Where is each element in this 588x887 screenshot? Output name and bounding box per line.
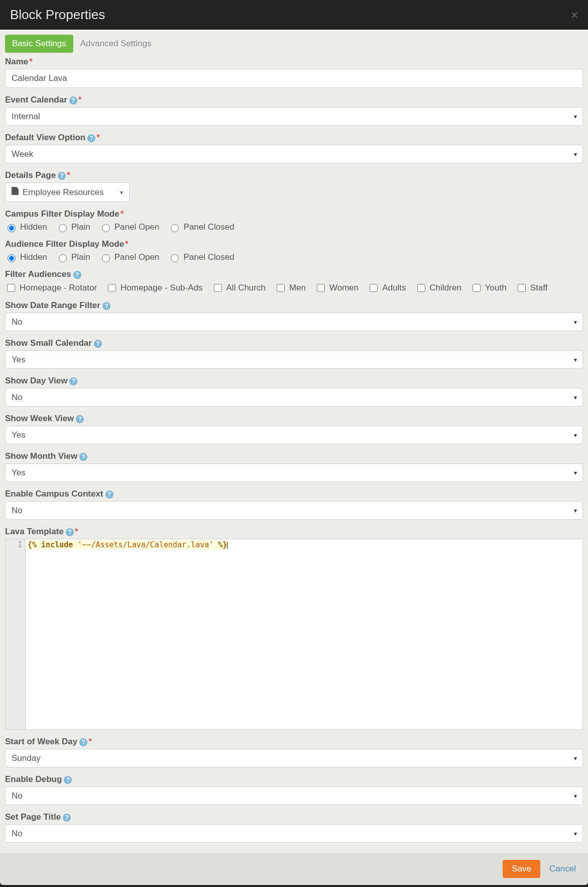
- name-label: Name*: [5, 57, 583, 67]
- start-of-week-select[interactable]: Sunday: [5, 749, 583, 767]
- audience-homepage-sub-ads[interactable]: [108, 284, 116, 292]
- event-calendar-label: Event Calendar?*: [5, 95, 583, 105]
- audience-filter-plain[interactable]: [59, 254, 67, 262]
- help-icon[interactable]: ?: [105, 490, 113, 499]
- show-month-view-select[interactable]: Yes: [5, 463, 583, 482]
- audience-children[interactable]: [417, 284, 425, 292]
- audience-youth[interactable]: [473, 284, 481, 292]
- cancel-button[interactable]: Cancel: [546, 863, 579, 874]
- help-icon[interactable]: ?: [87, 134, 95, 142]
- help-icon[interactable]: ?: [79, 453, 87, 461]
- details-page-value: Employee Resources: [23, 187, 104, 198]
- show-small-calendar-label: Show Small Calendar?: [5, 338, 583, 348]
- help-icon[interactable]: ?: [76, 415, 84, 423]
- modal-title: Block Properties: [10, 7, 105, 23]
- default-view-label: Default View Option?*: [5, 133, 583, 143]
- enable-debug-label: Enable Debug?: [5, 774, 583, 784]
- campus-filter-plain[interactable]: [59, 224, 67, 232]
- help-icon[interactable]: ?: [63, 814, 71, 822]
- details-page-label: Details Page?*: [5, 170, 583, 180]
- name-input[interactable]: [5, 69, 583, 88]
- default-view-select[interactable]: Week: [5, 145, 583, 163]
- tab-basic-settings[interactable]: Basic Settings: [5, 35, 73, 53]
- start-of-week-label: Start of Week Day?*: [5, 737, 583, 747]
- audience-filter-mode-label: Audience Filter Display Mode*: [5, 239, 583, 249]
- audience-all-church[interactable]: [214, 284, 222, 292]
- enable-campus-context-label: Enable Campus Context?: [5, 489, 583, 499]
- help-icon[interactable]: ?: [102, 302, 110, 310]
- show-date-range-select[interactable]: No: [5, 313, 583, 331]
- audience-homepage-rotator[interactable]: [7, 284, 15, 292]
- campus-filter-panel-open[interactable]: [102, 224, 110, 232]
- help-icon[interactable]: ?: [58, 172, 66, 180]
- audience-adults[interactable]: [370, 284, 378, 292]
- enable-debug-select[interactable]: No: [5, 786, 583, 805]
- lava-template-editor[interactable]: 1 {% include '~~/Assets/Lava/Calendar.la…: [5, 539, 583, 730]
- file-icon: [12, 187, 19, 198]
- audience-filter-hidden[interactable]: [8, 254, 16, 262]
- campus-filter-mode-label: Campus Filter Display Mode*: [5, 209, 583, 219]
- set-page-title-select[interactable]: No: [5, 824, 583, 843]
- audience-filter-mode-radios: Hidden Plain Panel Open Panel Closed: [5, 251, 583, 262]
- show-month-view-label: Show Month View?: [5, 451, 583, 461]
- help-icon[interactable]: ?: [64, 776, 72, 784]
- help-icon[interactable]: ?: [69, 96, 77, 105]
- audience-men[interactable]: [277, 284, 285, 292]
- modal-header: Block Properties ×: [0, 0, 588, 30]
- modal-body: Basic Settings Advanced Settings Name* E…: [0, 30, 588, 853]
- audience-staff[interactable]: [518, 284, 526, 292]
- enable-campus-context-select[interactable]: No: [5, 501, 583, 520]
- show-small-calendar-select[interactable]: Yes: [5, 350, 583, 369]
- lava-template-label: Lava Template?*: [5, 527, 583, 537]
- show-week-view-label: Show Week View?: [5, 414, 583, 424]
- chevron-down-icon: ▾: [120, 189, 123, 196]
- save-button[interactable]: Save: [503, 860, 540, 878]
- block-properties-modal: Block Properties × Basic Settings Advanc…: [0, 0, 588, 885]
- close-icon[interactable]: ×: [571, 8, 578, 22]
- show-week-view-select[interactable]: Yes: [5, 426, 583, 444]
- filter-audiences-label: Filter Audiences?: [5, 269, 583, 279]
- show-date-range-label: Show Date Range Filter?: [5, 301, 583, 311]
- show-day-view-label: Show Day View?: [5, 376, 583, 386]
- code-area[interactable]: {% include '~~/Assets/Lava/Calendar.lava…: [26, 539, 582, 729]
- help-icon[interactable]: ?: [66, 528, 74, 536]
- filter-audiences-checks: Homepage - Rotator Homepage - Sub-Ads Al…: [5, 281, 583, 293]
- campus-filter-panel-closed[interactable]: [171, 224, 179, 232]
- code-gutter: 1: [6, 539, 26, 729]
- help-icon[interactable]: ?: [69, 377, 77, 385]
- tab-advanced-settings[interactable]: Advanced Settings: [73, 35, 159, 53]
- help-icon[interactable]: ?: [94, 340, 102, 348]
- details-page-picker[interactable]: Employee Resources ▾: [5, 182, 130, 202]
- show-day-view-select[interactable]: No: [5, 388, 583, 407]
- help-icon[interactable]: ?: [79, 738, 87, 746]
- audience-filter-panel-closed[interactable]: [171, 254, 179, 262]
- modal-footer: Save Cancel: [0, 853, 588, 885]
- settings-tabs: Basic Settings Advanced Settings: [5, 35, 583, 53]
- event-calendar-select[interactable]: Internal: [5, 107, 583, 126]
- campus-filter-hidden[interactable]: [8, 224, 16, 232]
- audience-women[interactable]: [317, 284, 325, 292]
- campus-filter-mode-radios: Hidden Plain Panel Open Panel Closed: [5, 221, 583, 232]
- set-page-title-label: Set Page Title?: [5, 812, 583, 822]
- audience-filter-panel-open[interactable]: [102, 254, 110, 262]
- help-icon[interactable]: ?: [73, 271, 81, 279]
